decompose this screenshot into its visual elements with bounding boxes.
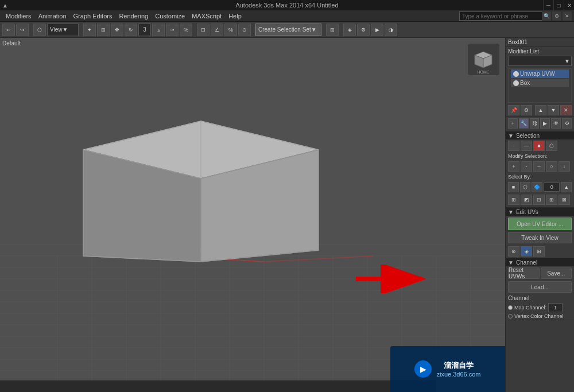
menu-customize[interactable]: Customize [152, 11, 188, 21]
reset-uvws-button[interactable]: Reset UVWs [508, 267, 540, 279]
convert-selection-button[interactable]: ↓ [559, 161, 570, 172]
spinner-snap[interactable]: ⊙ [238, 24, 251, 36]
selection-header[interactable]: ▼ Selection [506, 131, 574, 139]
material-editor-button[interactable]: ◈ [343, 24, 356, 36]
select-region-button[interactable]: ⊞ [97, 24, 110, 36]
menu-modifiers[interactable]: Modifiers [2, 11, 35, 21]
map-channel-option[interactable]: Map Channel: 1 [506, 302, 574, 313]
hierarchy-mode-button[interactable]: ⛓ [530, 118, 540, 129]
viewport[interactable]: Default [0, 38, 505, 392]
redo-button[interactable]: ↪ [16, 24, 29, 36]
select-vertex-button[interactable]: · [508, 141, 519, 151]
search-placeholder: Type a keyword or phrase [462, 13, 528, 20]
modifier-list-dropdown[interactable]: ▼ [508, 56, 572, 66]
search-icons: 🔍 ⚙ ✕ [542, 11, 572, 21]
edit-uvs-icon-3[interactable]: ⊞ [533, 246, 545, 257]
channel-section: ▼ Channel Reset UVWs Save... Load... Cha… [506, 258, 574, 320]
select-by-8[interactable]: ⊠ [559, 195, 570, 205]
close-button[interactable]: ✕ [564, 0, 574, 10]
percent-button[interactable]: % [180, 24, 192, 36]
modify-mode-button[interactable]: 🔧 [519, 118, 529, 129]
undo-button[interactable]: ↩ [2, 24, 15, 36]
mirror-button[interactable]: ⊸ [166, 24, 179, 36]
scale-button[interactable]: ⟁ [152, 24, 165, 36]
modifier-item-box[interactable]: Box [511, 79, 569, 87]
create-selection-dropdown[interactable]: Create Selection Set▼ [255, 24, 321, 36]
pin-modifier-button[interactable]: 📌 [508, 105, 519, 115]
select-by-7[interactable]: ⊞ [546, 195, 557, 205]
move-modifier-up-button[interactable]: ▲ [535, 105, 546, 115]
vertex-color-radio[interactable] [508, 314, 513, 319]
view-dropdown[interactable]: View▼ [47, 24, 79, 36]
reset-uvws-label: Reset UVWs [509, 267, 539, 280]
select-by-icons-2: ⊞ ◩ ⊟ ⊞ ⊠ [506, 193, 574, 206]
snap-toggle[interactable]: ⊡ [197, 24, 210, 36]
modifier-item-unwrap-uvw[interactable]: Unwrap UVW [511, 69, 569, 78]
select-by-6[interactable]: ⊟ [533, 195, 545, 205]
create-mode-button[interactable]: + [508, 118, 518, 129]
bottom-status-bar [0, 381, 436, 392]
search-close-icon[interactable]: ✕ [563, 11, 572, 21]
configure-modifiers-button[interactable]: ⚙ [521, 105, 532, 115]
minimize-button[interactable]: ─ [543, 0, 553, 10]
render-frame-button[interactable]: ▶ [371, 24, 383, 36]
tweak-in-view-label: Tweak In View [521, 235, 558, 241]
select-num-field[interactable]: 0 [544, 183, 560, 192]
delete-modifier-button[interactable]: ✕ [560, 105, 572, 115]
angle-snap[interactable]: ∠ [211, 24, 223, 36]
save-channel-button[interactable]: Save... [541, 267, 572, 279]
search-icon[interactable]: 🔍 [542, 11, 551, 21]
load-channel-button[interactable]: Load... [508, 281, 572, 293]
navigation-gizmo[interactable]: HOME [468, 44, 499, 75]
scale-num: 3 [138, 24, 151, 36]
svg-text:HOME: HOME [478, 70, 490, 74]
select-by-3[interactable]: 🔷 [532, 182, 542, 192]
tweak-in-view-button[interactable]: Tweak In View [508, 232, 572, 243]
edit-uvs-icon-1[interactable]: ⊛ [508, 246, 519, 257]
window-controls: ─ □ ✕ [543, 0, 574, 10]
percent-snap[interactable]: % [224, 24, 237, 36]
move-button[interactable]: ✥ [111, 24, 123, 36]
select-by-5[interactable]: ◩ [521, 195, 532, 205]
search-settings-icon[interactable]: ⚙ [552, 11, 561, 21]
select-by-1[interactable]: ■ [508, 182, 519, 192]
vertex-color-channel-option[interactable]: Vertex Color Channel [506, 313, 574, 320]
select-face-button[interactable]: ■ [533, 141, 545, 151]
channel-header[interactable]: ▼ Channel [506, 258, 574, 266]
select-num-up[interactable]: ▲ [561, 182, 572, 192]
object-name-field: Box001 [506, 38, 574, 46]
rotate-button[interactable]: ↻ [125, 24, 137, 36]
menu-animation[interactable]: Animation [35, 11, 70, 21]
select-filter-button[interactable]: ⬡ [33, 24, 46, 36]
modifier-stack: Unwrap UVW Box [508, 68, 572, 103]
open-uv-editor-button[interactable]: Open UV Editor ... [508, 218, 572, 230]
maximize-button[interactable]: □ [553, 0, 564, 10]
menu-graph-editors[interactable]: Graph Editors [70, 11, 116, 21]
select-poly-button[interactable]: ⬡ [546, 141, 557, 151]
select-button[interactable]: ✦ [83, 24, 96, 36]
active-shade-button[interactable]: ◑ [385, 24, 397, 36]
menu-rendering[interactable]: Rendering [115, 11, 152, 21]
select-by-4[interactable]: ⊞ [508, 195, 519, 205]
select-edge-button[interactable]: — [521, 141, 532, 151]
display-mode-button[interactable]: 👁 [551, 118, 561, 129]
loop-selection-button[interactable]: ↔ [533, 161, 545, 172]
menu-help[interactable]: Help [225, 11, 245, 21]
select-by-2[interactable]: ⬡ [520, 182, 531, 192]
map-channel-radio[interactable] [508, 305, 513, 310]
watermark-logo: ▶ [414, 360, 432, 378]
shrink-selection-button[interactable]: - [521, 161, 532, 172]
toolbar: ↩ ↪ ⬡ View▼ ✦ ⊞ ✥ ↻ 3 ⟁ ⊸ % ⊡ ∠ % ⊙ Crea… [0, 22, 574, 38]
render-setup-button[interactable]: ⚙ [357, 24, 370, 36]
edit-uvs-icon-2[interactable]: ◈ [521, 246, 532, 257]
utilities-mode-button[interactable]: ⚙ [562, 118, 572, 129]
motion-mode-button[interactable]: ▶ [540, 118, 550, 129]
named-sets-button[interactable]: ⊞ [326, 24, 339, 36]
grow-selection-button[interactable]: + [508, 161, 519, 172]
edit-uvs-header[interactable]: ▼ Edit UVs [506, 208, 574, 216]
menu-maxscript[interactable]: MAXScript [188, 11, 225, 21]
ring-selection-button[interactable]: ○ [546, 161, 557, 172]
move-modifier-down-button[interactable]: ▼ [548, 105, 559, 115]
search-box[interactable]: Type a keyword or phrase [459, 11, 551, 21]
map-channel-value[interactable]: 1 [548, 303, 563, 312]
